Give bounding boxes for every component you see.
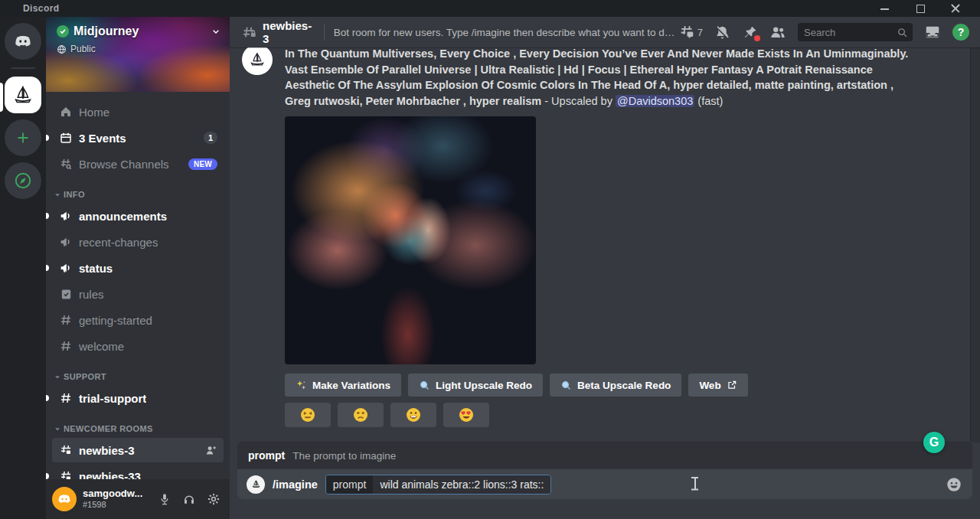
threads-button[interactable]: 7 bbox=[678, 24, 703, 41]
grinning-face-icon bbox=[406, 407, 421, 423]
magnifier-icon bbox=[560, 380, 572, 391]
hash-icon bbox=[58, 390, 74, 406]
unread-indicator bbox=[46, 135, 49, 141]
member-list-button[interactable] bbox=[769, 24, 786, 41]
channel-topic[interactable]: Bot room for new users. Type /imagine th… bbox=[334, 27, 678, 38]
composer: G prompt The prompt to imagine /imagine … bbox=[230, 442, 980, 519]
verified-badge-icon bbox=[57, 25, 69, 38]
section-chevron-icon bbox=[54, 191, 61, 198]
reaction-confounded-face[interactable] bbox=[285, 403, 331, 427]
hash-chat-icon bbox=[58, 442, 74, 458]
option-label: prompt bbox=[326, 475, 374, 494]
user-mention[interactable]: @Davidson303 bbox=[616, 95, 694, 107]
reaction-heart-eyes-face[interactable] bbox=[443, 403, 489, 427]
slash-command-autocomplete[interactable]: prompt The prompt to imagine bbox=[237, 442, 972, 468]
maximize-button[interactable] bbox=[916, 4, 925, 13]
headphones-icon bbox=[182, 492, 196, 506]
confounded-face-icon bbox=[300, 407, 315, 423]
sidebar-item-newbies-3[interactable]: newbies-3 bbox=[52, 438, 224, 462]
reaction-buttons bbox=[285, 403, 920, 427]
user-avatar[interactable] bbox=[52, 487, 77, 511]
sidebar-item-recent-changes[interactable]: recent-changes bbox=[52, 230, 224, 254]
section-chevron-icon bbox=[54, 373, 61, 380]
beta-upscale-redo-button[interactable]: Beta Upscale Redo bbox=[550, 374, 681, 397]
window-title: Discord bbox=[23, 3, 59, 14]
search-icon bbox=[897, 27, 908, 38]
reaction-confused-face[interactable] bbox=[338, 403, 384, 427]
mic-button[interactable] bbox=[155, 489, 175, 509]
search-placeholder: Search bbox=[804, 27, 897, 38]
main-panel: newbies-3 Bot room for new users. Type /… bbox=[230, 17, 980, 519]
channel-header: newbies-3 Bot room for new users. Type /… bbox=[230, 17, 980, 47]
server-midjourney[interactable] bbox=[5, 77, 41, 113]
calendar-icon bbox=[58, 130, 74, 145]
help-button[interactable]: ? bbox=[952, 24, 969, 41]
prompt-option-pill[interactable]: prompt wild animals zebra::2 lions::3 ra… bbox=[325, 475, 552, 495]
option-value[interactable]: wild animals zebra::2 lions::3 rats:: bbox=[373, 475, 550, 494]
inbox-button[interactable] bbox=[924, 24, 941, 41]
sailboat-icon bbox=[11, 83, 34, 106]
settings-button[interactable] bbox=[204, 489, 224, 509]
section-newcomer-rooms[interactable]: NEWCOMER ROOMS bbox=[54, 424, 224, 433]
section-chevron-icon bbox=[54, 425, 61, 432]
sidebar-item-welcome[interactable]: welcome bbox=[52, 334, 224, 358]
sidebar-item-home[interactable]: Home bbox=[52, 100, 224, 124]
gear-icon bbox=[207, 492, 220, 506]
section-info[interactable]: INFO bbox=[54, 190, 224, 199]
section-support[interactable]: SUPPORT bbox=[54, 372, 224, 381]
user-bar: samgoodw... #1598 bbox=[46, 479, 230, 519]
notification-settings-button[interactable] bbox=[714, 24, 730, 41]
channel-name: newbies-3 bbox=[263, 19, 315, 45]
emoji-picker-button[interactable] bbox=[945, 475, 963, 494]
autocomplete-description: The prompt to imagine bbox=[292, 450, 396, 462]
smiley-icon bbox=[946, 476, 962, 493]
explore-servers-button[interactable] bbox=[5, 162, 41, 199]
reaction-grinning-face[interactable] bbox=[390, 403, 436, 427]
pinned-messages-button[interactable] bbox=[742, 24, 758, 41]
action-buttons: Make Variations Light Upscale Redo Beta … bbox=[285, 374, 920, 397]
make-variations-button[interactable]: Make Variations bbox=[285, 374, 401, 397]
header-divider bbox=[324, 24, 325, 41]
create-invite-icon[interactable] bbox=[204, 444, 217, 457]
sidebar-item-rules[interactable]: rules bbox=[52, 282, 224, 306]
message-input[interactable]: /imagine prompt wild animals zebra::2 li… bbox=[237, 468, 972, 499]
midjourney-bot-avatar[interactable] bbox=[242, 47, 273, 75]
sidebar-item-browse-channels[interactable]: Browse Channels NEW bbox=[52, 152, 224, 176]
deafen-button[interactable] bbox=[179, 489, 199, 509]
message: In The Quantum Multiverses, Every Choice… bbox=[242, 47, 980, 427]
server-banner[interactable]: Midjourney Public bbox=[46, 17, 230, 92]
generated-image[interactable] bbox=[285, 116, 536, 364]
magnifier-icon bbox=[419, 380, 430, 391]
user-meta[interactable]: samgoodw... #1598 bbox=[83, 488, 142, 510]
compass-icon bbox=[13, 171, 33, 191]
sidebar-item-trial-support[interactable]: trial-support bbox=[52, 386, 224, 410]
light-upscale-redo-button[interactable]: Light Upscale Redo bbox=[408, 374, 543, 397]
discord-logo-icon bbox=[57, 491, 72, 507]
minimize-button[interactable] bbox=[880, 4, 890, 13]
hash-icon bbox=[58, 338, 74, 354]
hash-search-icon bbox=[58, 156, 74, 171]
heart-eyes-face-icon bbox=[459, 407, 474, 423]
web-button[interactable]: Web bbox=[688, 374, 747, 397]
chat-area: In The Quantum Multiverses, Every Choice… bbox=[230, 47, 980, 442]
sidebar-item-newbies-33[interactable]: newbies-33 bbox=[52, 464, 224, 479]
title-bar: Discord bbox=[0, 0, 980, 17]
chevron-down-icon[interactable] bbox=[210, 25, 222, 38]
sidebar-item-getting-started[interactable]: getting-started bbox=[52, 308, 224, 332]
chat-scrollbar[interactable] bbox=[970, 47, 980, 442]
inbox-icon bbox=[924, 24, 941, 41]
pin-alert-dot bbox=[754, 35, 760, 41]
close-button[interactable] bbox=[951, 4, 960, 13]
grammarly-icon[interactable]: G bbox=[923, 432, 945, 453]
house-icon bbox=[58, 104, 74, 119]
channel-sidebar: Midjourney Public bbox=[46, 17, 230, 519]
add-server-button[interactable] bbox=[5, 119, 41, 156]
sparkles-icon bbox=[296, 380, 307, 391]
search-input[interactable]: Search bbox=[798, 23, 913, 41]
home-button[interactable] bbox=[5, 23, 41, 60]
sidebar-item-status[interactable]: status bbox=[52, 256, 224, 280]
sidebar-item-events[interactable]: 3 Events 1 bbox=[52, 126, 224, 150]
unread-indicator bbox=[46, 473, 49, 479]
sidebar-item-announcements[interactable]: announcements bbox=[52, 204, 224, 228]
confused-face-icon bbox=[353, 407, 368, 423]
